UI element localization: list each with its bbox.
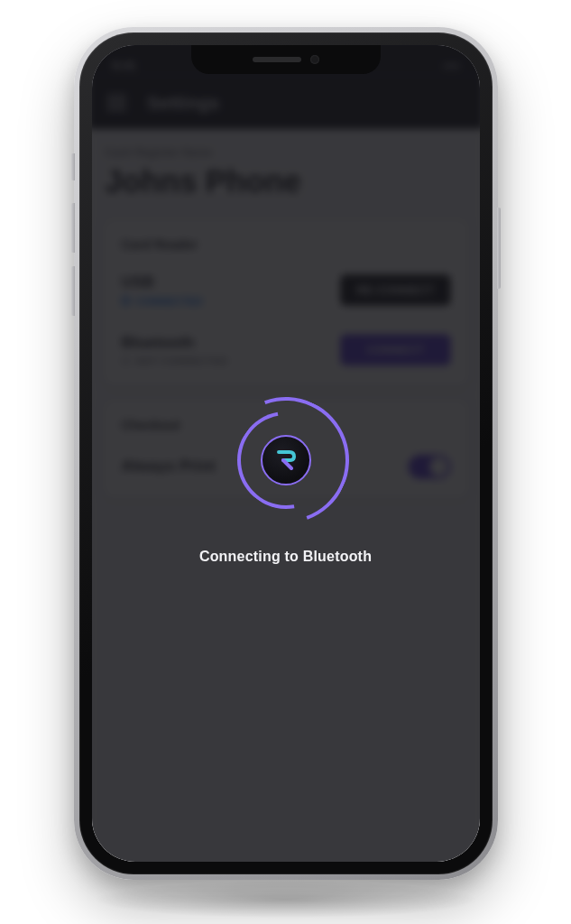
device-notch bbox=[191, 45, 381, 74]
power-button bbox=[497, 208, 501, 289]
screen: 9:41 •••• Settings Cash Register Name Jo… bbox=[92, 45, 480, 862]
loading-overlay: Connecting to Bluetooth bbox=[92, 45, 480, 862]
volume-up-button bbox=[71, 203, 75, 253]
phone-bezel: 9:41 •••• Settings Cash Register Name Jo… bbox=[79, 32, 493, 874]
app-logo-icon bbox=[261, 435, 311, 485]
speaker-icon bbox=[253, 57, 301, 62]
front-camera-icon bbox=[310, 55, 319, 64]
loading-message: Connecting to Bluetooth bbox=[199, 549, 372, 565]
phone-frame: 9:41 •••• Settings Cash Register Name Jo… bbox=[74, 27, 498, 880]
phone-shadow bbox=[92, 881, 480, 919]
spinner-icon bbox=[223, 397, 349, 523]
volume-down-button bbox=[71, 266, 75, 316]
mute-switch bbox=[71, 153, 75, 180]
